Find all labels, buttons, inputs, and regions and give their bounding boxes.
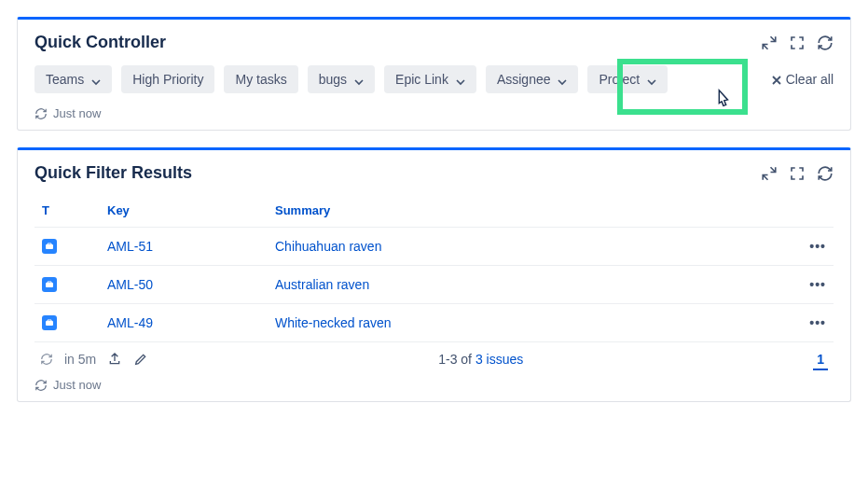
chevron-down-icon	[91, 75, 101, 84]
issue-summary-link[interactable]: Chihuahuan raven	[275, 239, 381, 254]
collapse-icon[interactable]	[761, 165, 778, 182]
controller-refresh-text: Just now	[53, 106, 101, 120]
share-icon[interactable]	[107, 352, 122, 367]
collapse-icon[interactable]	[761, 35, 778, 51]
chip-my-tasks[interactable]: My tasks	[224, 65, 297, 93]
chevron-down-icon	[456, 75, 465, 84]
fullscreen-icon[interactable]	[789, 165, 806, 182]
page-number[interactable]: 1	[813, 352, 828, 370]
table-row: AML-50 Australian raven •••	[34, 266, 834, 304]
col-header-summary[interactable]: Summary	[268, 196, 722, 228]
chip-label: Assignee	[497, 72, 551, 87]
refresh-icon[interactable]	[817, 165, 834, 182]
chip-label: Project	[599, 72, 640, 87]
issue-key-link[interactable]: AML-50	[107, 277, 153, 292]
issue-type-icon[interactable]	[42, 315, 57, 330]
issue-summary-link[interactable]: Australian raven	[275, 277, 369, 292]
refresh-in-text: in 5m	[64, 352, 96, 367]
col-header-key[interactable]: Key	[100, 196, 268, 228]
chip-bugs[interactable]: bugs	[308, 65, 375, 93]
edit-icon[interactable]	[133, 352, 148, 367]
results-footer: in 5m 1-3 of 3 issues 1	[34, 342, 834, 370]
results-count: 1-3 of 3 issues	[438, 352, 523, 367]
chip-high-priority[interactable]: High Priority	[121, 65, 214, 93]
svg-rect-0	[46, 244, 53, 249]
col-header-type[interactable]: T	[34, 196, 100, 228]
quick-controller-panel: Quick Controller Teams High Priority My …	[17, 17, 851, 131]
table-row: AML-49 White-necked raven •••	[34, 304, 834, 342]
chevron-down-icon	[647, 75, 656, 84]
chip-project[interactable]: Project	[587, 65, 668, 93]
chip-assignee[interactable]: Assignee	[486, 65, 579, 93]
more-actions-icon[interactable]: •••	[809, 239, 826, 254]
chip-teams[interactable]: Teams	[34, 65, 112, 93]
table-row: AML-51 Chihuahuan raven •••	[34, 228, 834, 266]
close-icon	[771, 74, 782, 85]
results-table: T Key Summary AML-51 Chihuahuan raven ••…	[34, 196, 834, 342]
refresh-icon[interactable]	[34, 107, 48, 120]
issue-key-link[interactable]: AML-51	[107, 239, 153, 254]
svg-rect-2	[46, 321, 53, 326]
results-title: Quick Filter Results	[34, 163, 192, 183]
fullscreen-icon[interactable]	[789, 35, 806, 51]
issue-type-icon[interactable]	[42, 277, 57, 292]
chip-label: My tasks	[235, 72, 286, 87]
results-count-pre: 1-3 of	[438, 352, 475, 367]
issue-key-link[interactable]: AML-49	[107, 315, 153, 330]
chevron-down-icon	[558, 75, 567, 84]
chip-label: High Priority	[132, 72, 203, 87]
more-actions-icon[interactable]: •••	[809, 277, 826, 292]
quick-controller-title: Quick Controller	[34, 33, 166, 52]
refresh-icon[interactable]	[34, 379, 48, 392]
chip-label: Teams	[46, 72, 84, 87]
clear-all-label: Clear all	[786, 72, 834, 87]
chip-label: Epic Link	[395, 72, 448, 87]
clear-all-button[interactable]: Clear all	[771, 72, 834, 87]
chevron-down-icon	[354, 75, 364, 84]
refresh-icon[interactable]	[40, 353, 53, 366]
issues-link[interactable]: 3 issues	[475, 352, 523, 367]
svg-rect-1	[46, 283, 53, 287]
results-refresh-status: Just now	[34, 378, 834, 392]
refresh-icon[interactable]	[817, 35, 834, 51]
results-refresh-text: Just now	[53, 378, 101, 392]
filter-chips-row: Teams High Priority My tasks bugs Epic L…	[34, 65, 834, 93]
quick-filter-results-panel: Quick Filter Results T Key Summary	[17, 147, 851, 402]
chip-epic-link[interactable]: Epic Link	[384, 65, 476, 93]
issue-type-icon[interactable]	[42, 239, 57, 254]
more-actions-icon[interactable]: •••	[809, 315, 826, 330]
chip-label: bugs	[319, 72, 347, 87]
controller-refresh-status: Just now	[34, 106, 834, 120]
issue-summary-link[interactable]: White-necked raven	[275, 315, 392, 330]
